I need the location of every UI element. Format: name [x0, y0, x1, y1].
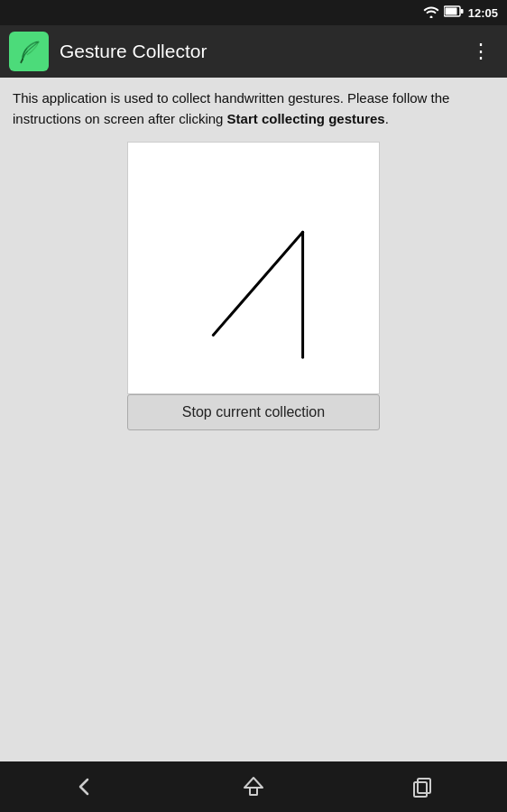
recents-button[interactable]	[383, 766, 461, 807]
time-display: 12:05	[468, 6, 498, 20]
app-title: Gesture Collector	[60, 41, 453, 62]
svg-rect-5	[250, 788, 257, 795]
overflow-menu-button[interactable]: ⋮	[464, 34, 498, 69]
stop-collection-button[interactable]: Stop current collection	[127, 394, 380, 430]
home-button[interactable]	[215, 766, 292, 807]
gesture-canvas[interactable]	[127, 142, 380, 394]
status-bar: 12:05	[0, 0, 507, 25]
main-content: This application is used to collect hand…	[0, 78, 507, 761]
svg-marker-4	[244, 778, 263, 788]
status-icons: 12:05	[423, 5, 498, 21]
svg-rect-6	[414, 782, 427, 797]
back-button[interactable]	[46, 766, 124, 807]
svg-rect-7	[418, 779, 430, 793]
wifi-icon	[423, 5, 439, 21]
nav-bar	[0, 761, 507, 812]
svg-rect-2	[460, 9, 463, 14]
app-icon	[9, 32, 49, 71]
description-text: This application is used to collect hand…	[13, 88, 494, 129]
app-bar: Gesture Collector ⋮	[0, 25, 507, 78]
bold-text: Start collecting gestures	[227, 111, 385, 126]
battery-icon	[444, 5, 464, 20]
svg-rect-1	[445, 8, 456, 15]
